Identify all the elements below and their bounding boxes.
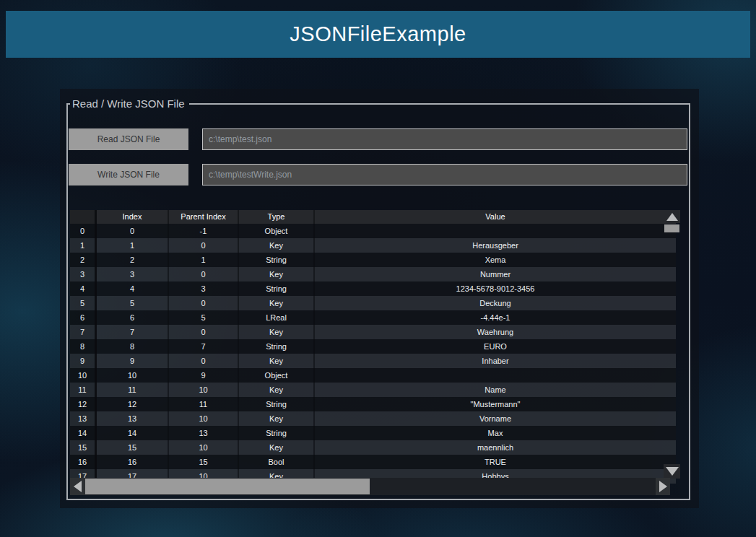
table-row[interactable]: 550KeyDeckung xyxy=(70,296,676,310)
scroll-up-button[interactable] xyxy=(664,210,680,223)
cell: Key xyxy=(239,440,315,455)
cell: String xyxy=(239,253,315,267)
read-json-button[interactable]: Read JSON File xyxy=(69,128,188,150)
vertical-scrollbar-thumb[interactable] xyxy=(664,224,679,232)
cell: -1 xyxy=(169,224,239,238)
cell: Nummer xyxy=(315,267,676,281)
scroll-left-icon xyxy=(74,481,82,492)
vertical-scrollbar[interactable] xyxy=(664,210,680,479)
cell: Key xyxy=(239,267,315,281)
cell: Name xyxy=(315,383,676,397)
table-row[interactable]: 665LReal-4.44e-1 xyxy=(70,310,676,325)
row-header-cell: 11 xyxy=(70,383,97,397)
cell: 10 xyxy=(169,440,239,455)
write-json-button[interactable]: Write JSON File xyxy=(69,164,188,185)
cell: Inhaber xyxy=(315,354,676,368)
cell: 10 xyxy=(97,368,169,383)
cell: Deckung xyxy=(315,296,676,310)
cell: LReal xyxy=(239,310,315,325)
cell: String xyxy=(239,339,315,354)
cell: Object xyxy=(239,224,315,238)
cell: 3 xyxy=(169,281,239,296)
cell: 4 xyxy=(97,281,169,296)
cell: 10 xyxy=(169,383,239,397)
table-body: 00-1Object110KeyHerausgeber221StringXema… xyxy=(70,224,676,484)
cell: 9 xyxy=(97,354,169,368)
write-path-input[interactable] xyxy=(202,164,687,185)
read-path-input[interactable] xyxy=(202,128,687,150)
cell: 0 xyxy=(169,238,239,253)
cell: 7 xyxy=(97,325,169,339)
table-row[interactable]: 110KeyHerausgeber xyxy=(70,238,676,253)
row-header-cell: 13 xyxy=(70,411,97,426)
json-table: IndexParent IndexTypeValue 00-1Object110… xyxy=(70,210,687,497)
table-row[interactable]: 111110KeyName xyxy=(70,383,676,397)
cell: 13 xyxy=(169,426,239,440)
cell: Key xyxy=(239,325,315,339)
scroll-right-button[interactable] xyxy=(656,478,670,495)
table-row[interactable]: 10109Object xyxy=(70,368,676,383)
cell: Xema xyxy=(315,253,676,267)
cell: Key xyxy=(239,383,315,397)
cell: 16 xyxy=(97,455,169,469)
cell: String xyxy=(239,397,315,411)
cell: EURO xyxy=(315,339,676,354)
horizontal-scrollbar-track[interactable] xyxy=(370,478,656,495)
row-header-cell: 3 xyxy=(70,267,97,281)
cell: 13 xyxy=(97,411,169,426)
table-row[interactable]: 151510Keymaennlich xyxy=(70,440,676,455)
row-header-cell: 9 xyxy=(70,354,97,368)
table-row[interactable]: 161615BoolTRUE xyxy=(70,455,676,469)
horizontal-scrollbar-thumb[interactable] xyxy=(85,479,370,494)
table-row[interactable]: 141413StringMax xyxy=(70,426,676,440)
horizontal-scrollbar[interactable] xyxy=(70,478,670,495)
cell: Key xyxy=(239,411,315,426)
table-row[interactable]: 887StringEURO xyxy=(70,339,676,354)
cell: 2 xyxy=(97,253,169,267)
scroll-down-button[interactable] xyxy=(664,464,680,479)
column-header-type: Type xyxy=(239,210,315,224)
column-header-parent-index: Parent Index xyxy=(169,210,239,224)
main-panel: Read / Write JSON File Read JSON File Wr… xyxy=(60,89,699,508)
cell: Key xyxy=(239,354,315,368)
cell: 15 xyxy=(97,440,169,455)
cell: 0 xyxy=(97,224,169,238)
row-header-cell: 6 xyxy=(70,310,97,325)
scroll-down-icon xyxy=(666,467,679,476)
cell: 5 xyxy=(169,310,239,325)
table-row[interactable]: 221StringXema xyxy=(70,253,676,267)
cell xyxy=(315,224,676,238)
cell: 9 xyxy=(169,368,239,383)
desktop-background: JSONFileExample Read / Write JSON File R… xyxy=(0,0,756,537)
cell: 10 xyxy=(169,411,239,426)
row-header-cell: 7 xyxy=(70,325,97,339)
table-row[interactable]: 131310KeyVorname xyxy=(70,411,676,426)
page-title: JSONFileExample xyxy=(290,22,466,46)
table-row[interactable]: 121211String"Mustermann" xyxy=(70,397,676,411)
row-header-cell: 8 xyxy=(70,339,97,354)
groupbox-label: Read / Write JSON File xyxy=(70,97,189,110)
scroll-left-button[interactable] xyxy=(70,478,85,495)
row-header-cell: 5 xyxy=(70,296,97,310)
table-row[interactable]: 330KeyNummer xyxy=(70,267,676,281)
table-row[interactable]: 990KeyInhaber xyxy=(70,354,676,368)
column-header-index: Index xyxy=(97,210,169,224)
cell: 14 xyxy=(97,426,169,440)
cell: maennlich xyxy=(315,440,676,455)
cell: Bool xyxy=(239,455,315,469)
cell: 7 xyxy=(169,339,239,354)
cell: 8 xyxy=(97,339,169,354)
row-header-cell: 2 xyxy=(70,253,97,267)
cell: Vorname xyxy=(315,411,676,426)
cell: String xyxy=(239,426,315,440)
cell: 0 xyxy=(169,325,239,339)
cell: "Mustermann" xyxy=(315,397,676,411)
table-row[interactable]: 00-1Object xyxy=(70,224,676,238)
row-header-cell: 4 xyxy=(70,281,97,296)
cell: Waehrung xyxy=(315,325,676,339)
table-row[interactable]: 770KeyWaehrung xyxy=(70,325,676,339)
cell: Object xyxy=(239,368,315,383)
cell: 1 xyxy=(169,253,239,267)
cell: Herausgeber xyxy=(315,238,676,253)
table-row[interactable]: 443String1234-5678-9012-3456 xyxy=(70,281,676,296)
